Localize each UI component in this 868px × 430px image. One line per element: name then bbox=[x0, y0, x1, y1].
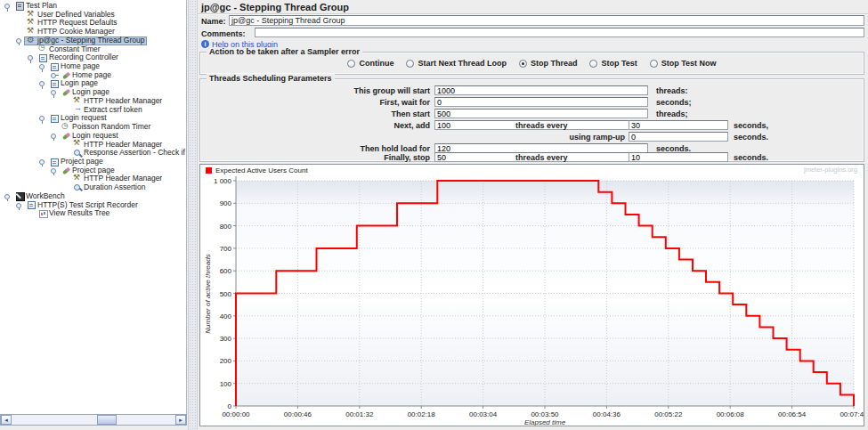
controller-icon bbox=[50, 62, 60, 71]
legend-label: Expected Active Users Count bbox=[215, 166, 308, 174]
svg-text:00:03:50: 00:03:50 bbox=[531, 410, 559, 418]
scheduling-row: Then startthreads; bbox=[200, 109, 864, 119]
svg-text:00:06:08: 00:06:08 bbox=[717, 410, 745, 418]
sched-input-secondary[interactable] bbox=[629, 120, 728, 130]
collapse-handle-icon[interactable] bbox=[37, 158, 47, 166]
chart-watermark: jmeter-plugins.org bbox=[804, 166, 857, 174]
sched-suffix-label: seconds; bbox=[656, 98, 692, 107]
collapse-handle-icon[interactable] bbox=[3, 2, 12, 11]
svg-text:900: 900 bbox=[220, 199, 232, 207]
svg-text:00:05:22: 00:05:22 bbox=[654, 410, 683, 418]
sched-suffix-label: seconds. bbox=[734, 153, 768, 162]
svg-text:200: 200 bbox=[220, 357, 232, 365]
collapse-handle-icon[interactable] bbox=[14, 201, 24, 210]
svg-text:800: 800 bbox=[220, 223, 232, 231]
svg-text:00:00:46: 00:00:46 bbox=[284, 410, 312, 418]
sched-input[interactable] bbox=[434, 97, 648, 107]
sampler-error-title: Action to be taken after a Sampler error bbox=[207, 47, 362, 56]
radio-label: Continue bbox=[359, 59, 393, 68]
svg-text:00:02:18: 00:02:18 bbox=[408, 410, 436, 418]
collapse-handle-icon[interactable] bbox=[49, 132, 59, 141]
timer-icon bbox=[61, 123, 71, 132]
controller-icon bbox=[38, 53, 48, 62]
tree-item-label: View Results Tree bbox=[48, 209, 110, 218]
assertion-icon bbox=[73, 183, 83, 192]
svg-text:1 000: 1 000 bbox=[214, 177, 232, 185]
comments-label: Comments: bbox=[201, 29, 246, 38]
svg-text:00:07:40: 00:07:40 bbox=[840, 410, 864, 418]
radio-stop-test[interactable]: Stop Test bbox=[589, 59, 637, 68]
assertion-icon bbox=[73, 149, 83, 158]
test-plan-tree: Test PlanUser Defined VariablesHTTP Requ… bbox=[0, 0, 187, 414]
sched-mid-label: threads every bbox=[515, 121, 568, 130]
sched-input[interactable] bbox=[434, 85, 648, 95]
sched-input[interactable] bbox=[434, 109, 648, 118]
controller-icon bbox=[50, 79, 60, 88]
radio-label: Stop Test bbox=[601, 59, 637, 68]
collapse-handle-icon[interactable] bbox=[49, 88, 59, 97]
scheduling-row: Next, addthreads everyseconds, bbox=[200, 120, 864, 131]
collapse-handle-icon[interactable] bbox=[37, 79, 47, 88]
scheduling-row: Finally, stopthreads everyseconds. bbox=[200, 152, 864, 163]
sampler-icon bbox=[61, 88, 71, 97]
sched-mid-label: using ramp-up bbox=[485, 133, 625, 142]
tree-item[interactable]: View Results Tree bbox=[0, 209, 186, 218]
scheduling-groupbox: Threads Scheduling Parameters This group… bbox=[199, 78, 864, 162]
scrollbar-track[interactable] bbox=[12, 415, 175, 425]
sched-label: Next, add bbox=[200, 121, 430, 130]
tree-item-label: Duration Assertion bbox=[83, 183, 145, 192]
collapse-handle-icon[interactable] bbox=[26, 53, 36, 62]
expand-handle-icon[interactable] bbox=[49, 71, 59, 80]
radio-circle-icon[interactable] bbox=[347, 60, 355, 68]
svg-text:700: 700 bbox=[220, 245, 232, 253]
radio-start-next-thread-loop[interactable]: Start Next Thread Loop bbox=[406, 59, 507, 68]
panel-splitter[interactable] bbox=[188, 0, 198, 430]
collapse-handle-icon[interactable] bbox=[3, 192, 12, 201]
jmeter-window: Test PlanUser Defined VariablesHTTP Requ… bbox=[0, 0, 868, 430]
y-axis-title: Number of active threads bbox=[204, 254, 212, 333]
controller-icon bbox=[50, 114, 60, 123]
scroll-left-icon[interactable]: ◄ bbox=[1, 415, 12, 425]
svg-text:0: 0 bbox=[228, 402, 232, 410]
collapse-handle-icon[interactable] bbox=[37, 114, 47, 123]
scheduling-row: using ramp-upseconds. bbox=[200, 132, 864, 142]
config-icon bbox=[73, 140, 83, 149]
collapse-handle-icon[interactable] bbox=[14, 37, 24, 45]
sched-label: Finally, stop bbox=[200, 153, 430, 162]
svg-text:Elapsed time: Elapsed time bbox=[524, 418, 566, 426]
scheduling-row: This group will startthreads: bbox=[200, 85, 864, 96]
radio-circle-icon[interactable] bbox=[519, 60, 527, 68]
svg-text:00:06:54: 00:06:54 bbox=[778, 410, 807, 418]
sched-suffix-label: threads; bbox=[656, 110, 688, 118]
tree-horizontal-scrollbar[interactable]: ◄ ► bbox=[0, 414, 187, 426]
main-panel: jp@gc - Stepping Thread Group Name: Comm… bbox=[198, 0, 868, 430]
collapse-handle-icon[interactable] bbox=[37, 62, 47, 71]
sampler-icon bbox=[61, 132, 71, 141]
scrollbar-thumb[interactable] bbox=[97, 415, 117, 425]
sampler-icon bbox=[61, 166, 71, 175]
collapse-handle-icon[interactable] bbox=[49, 166, 59, 175]
radio-continue[interactable]: Continue bbox=[347, 59, 393, 68]
sched-suffix-label: seconds, bbox=[734, 121, 768, 130]
svg-text:00:00:00: 00:00:00 bbox=[222, 410, 250, 418]
sched-input-secondary[interactable] bbox=[629, 152, 728, 162]
radio-stop-test-now[interactable]: Stop Test Now bbox=[650, 59, 717, 68]
name-input[interactable] bbox=[229, 15, 864, 26]
svg-text:100: 100 bbox=[220, 380, 232, 388]
post-processor-icon bbox=[73, 105, 83, 114]
radio-circle-icon[interactable] bbox=[589, 60, 597, 68]
radio-circle-icon[interactable] bbox=[406, 60, 414, 68]
sched-suffix-label: threads: bbox=[656, 86, 688, 95]
comments-input[interactable] bbox=[255, 28, 864, 37]
radio-circle-icon[interactable] bbox=[650, 60, 658, 68]
sampler-error-options: ContinueStart Next Thread LoopStop Threa… bbox=[200, 59, 864, 68]
scroll-right-icon[interactable]: ► bbox=[175, 415, 186, 425]
sched-label: This group will start bbox=[200, 86, 430, 95]
svg-text:00:03:04: 00:03:04 bbox=[469, 410, 498, 418]
radio-stop-thread[interactable]: Stop Thread bbox=[519, 59, 578, 68]
page-title: jp@gc - Stepping Thread Group bbox=[201, 2, 349, 12]
radio-label: Start Next Thread Loop bbox=[418, 59, 507, 68]
sampler-error-groupbox: Action to be taken after a Sampler error… bbox=[199, 52, 864, 75]
sched-input-secondary[interactable] bbox=[629, 132, 728, 142]
svg-text:00:04:36: 00:04:36 bbox=[593, 410, 621, 418]
